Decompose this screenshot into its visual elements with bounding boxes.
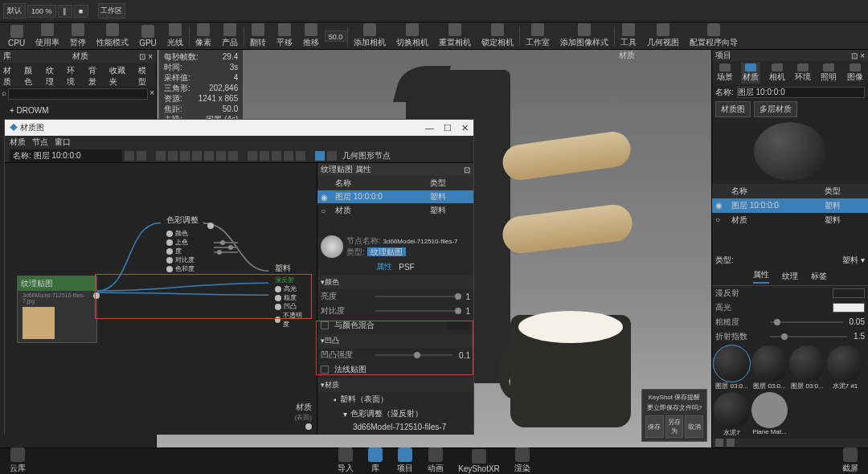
search-icon[interactable]: ⌕ [2,88,6,100]
menu-window[interactable]: 窗口 [55,137,71,148]
geom-tool[interactable]: 几何视图 [642,22,684,49]
props-row-1[interactable]: ◉图层 10:0:0:0塑料 [317,190,473,203]
mat-tree-2[interactable]: ▾ 色彩调整（漫反射） [317,407,473,421]
tab-texture[interactable]: 纹理 [44,64,62,85]
anim-btn[interactable]: 动画 [428,447,444,474]
pause-icon[interactable]: ‖ [58,5,72,18]
tab-fav[interactable]: 收藏夹 [108,64,133,85]
color-adjust-node[interactable]: 色彩调整 颜色 上色 度 对比度 色和度 [162,211,206,276]
cancel-button[interactable]: 取消 [685,415,703,438]
material-section[interactable]: ▾材质 [317,378,473,392]
contrast-value[interactable]: 1 [465,307,470,316]
panel-close-icon[interactable]: ⊡ × [851,51,865,60]
roughness-slider[interactable] [770,321,843,323]
cloud-btn[interactable]: 云库 [10,447,26,474]
psf-tab[interactable]: PSF [399,263,414,272]
brightness-slider[interactable] [375,296,459,297]
material-name-input[interactable] [737,87,865,98]
mat-tree-1[interactable]: ▪ 塑料（表面） [317,392,473,407]
tab-image[interactable]: 图像 [845,63,865,84]
panel-menu-icon[interactable]: ⊡ [464,165,470,174]
focal-val[interactable]: 50.0 [325,31,347,42]
material-list-row-2[interactable]: ○材质塑料 [712,213,868,227]
default-btn[interactable]: 默认 [3,3,26,18]
import-btn[interactable]: 导入 [338,447,354,474]
project-btn[interactable]: 项目 [397,447,413,474]
maximize-icon[interactable]: ☐ [444,123,452,133]
tab-scene[interactable]: 场景 [715,63,735,84]
pause-tool[interactable]: 暂停 [65,22,91,49]
switchcam-tool[interactable]: 切换相机 [391,22,433,49]
color-section[interactable]: ▾颜色 [317,276,473,289]
texture-preview-thumb[interactable] [321,235,343,258]
props-row-2[interactable]: ○材质塑料 [317,203,473,218]
node-graph-canvas[interactable]: 纹理贴图 3d66Model-712510-files-7.jpg 色彩调整 颜… [5,163,317,435]
addcam-tool[interactable]: 添加相机 [349,22,391,49]
perf-tool[interactable]: 性能模式 [92,22,133,49]
undo-icon[interactable] [137,151,146,161]
menu-node[interactable]: 节点 [32,137,48,148]
tab-env[interactable]: 环境 [65,64,83,85]
material-graph-btn[interactable]: 材质图 [715,101,751,117]
usage-tool[interactable]: 使用率 [31,22,64,49]
library-btn[interactable]: 库 [368,447,383,474]
mat-thumb-5[interactable] [714,392,750,428]
tab-environment[interactable]: 环境 [793,63,813,84]
mat-thumb-2[interactable] [751,345,788,382]
material-list-row-1[interactable]: ◉图层 10:0:0:0塑料 [712,198,868,213]
tab-lighting[interactable]: 照明 [819,63,838,84]
tab-camera[interactable]: 相机 [768,63,787,84]
ksxr-btn[interactable]: KeyShotXR [458,449,500,473]
stop-icon[interactable]: ■ [74,5,88,18]
render-btn[interactable]: 渲染 [514,447,530,474]
pixelbar-tool[interactable]: 像素 [190,22,216,49]
brightness-value[interactable]: 1 [465,292,470,301]
cpu-tool[interactable]: CPU [3,24,30,48]
screenshot-btn[interactable]: 截屏 [842,447,858,474]
raytrace-tool[interactable]: 光线 [162,22,188,49]
contrast-slider[interactable] [375,310,459,312]
tree-drowm[interactable]: + DROWM [3,104,153,116]
workspace-btn[interactable]: 工作区 [98,3,125,18]
save-button[interactable]: 保存 [645,415,664,438]
tab-bg[interactable]: 背景 [87,64,104,85]
save-icon[interactable] [125,151,134,161]
addenv-tool[interactable]: 添加图像样式 [555,22,613,49]
active-tool-icon[interactable] [315,151,325,161]
texture-node[interactable]: 纹理贴图 3d66Model-712510-files-7.jpg [17,276,97,343]
tools-tool[interactable]: 工具 [616,22,641,49]
grid-icon[interactable] [715,439,723,447]
tab-color[interactable]: 颜色 [23,64,40,85]
tab-model[interactable]: 模型 [137,64,154,85]
ior-value[interactable]: 1.5 [854,332,865,341]
type-dropdown[interactable]: 塑料 ▾ [842,255,865,266]
gpu-tool[interactable]: GPU [134,24,162,48]
mat-tree-3[interactable]: 3d66Model-712510-files-7 [317,421,473,433]
studio-tool[interactable]: 工作室 [521,22,555,49]
minimize-icon[interactable]: — [425,123,434,133]
tab-material[interactable]: 材质 [741,63,760,84]
roughness-value[interactable]: 0.05 [850,317,865,326]
attr-tab[interactable]: 属性 [376,261,392,272]
specular-swatch[interactable] [833,303,865,313]
ior-slider[interactable] [770,336,847,337]
name-field[interactable]: 名称: 图层 10:0:0:0 [10,149,122,162]
mat-thumb-4[interactable] [827,345,863,382]
window-titlebar[interactable]: ◆ 材质图 —☐✕ [5,120,473,136]
mat-thumb-1[interactable] [714,345,750,382]
subtab-labels[interactable]: 标签 [811,271,827,282]
push-tool[interactable]: 推移 [298,22,324,49]
config-tool[interactable]: 配置程序向导 [685,22,743,49]
saveas-button[interactable]: 另存为 [665,415,684,438]
tumble-tool[interactable]: 平移 [272,22,297,49]
subtab-properties[interactable]: 属性 [753,269,769,284]
panel-close-icon[interactable]: ⊡ × [139,52,153,61]
resetcam-tool[interactable]: 重置相机 [434,22,476,49]
product-tool[interactable]: 产品 [217,22,243,49]
multi-material-btn[interactable]: 多层材质 [754,101,797,117]
refresh-tool[interactable]: 翻转 [245,22,271,49]
subtab-textures[interactable]: 纹理 [782,271,798,282]
close-icon[interactable]: ✕ [461,123,469,133]
tab-material[interactable]: 材质 [2,64,19,85]
lockcam-tool[interactable]: 锁定相机 [477,22,518,49]
